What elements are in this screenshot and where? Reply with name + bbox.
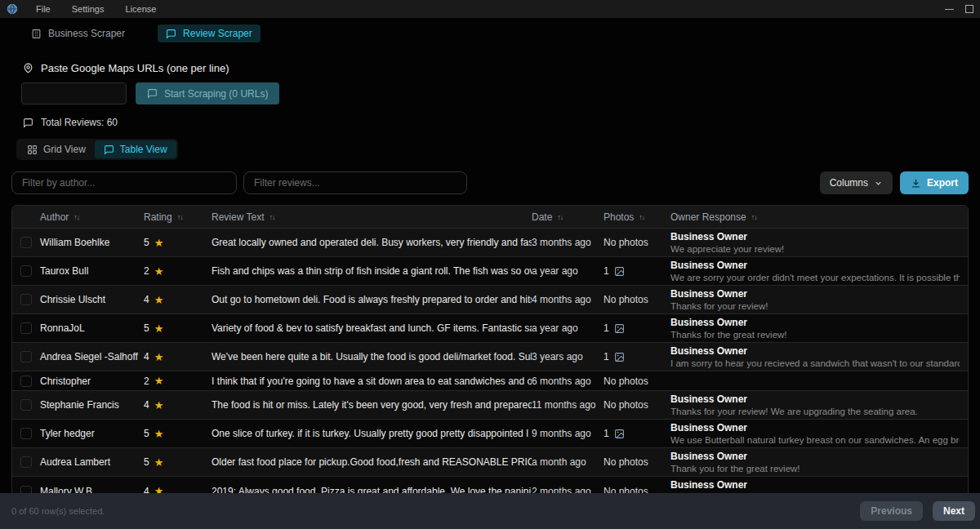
cell-review-text: Variety of food & bev to satisfy breakfa… <box>212 322 532 334</box>
table-row[interactable]: Tyler hedger5★One slice of turkey. if it… <box>12 420 968 448</box>
owner-response-title: Business Owner <box>670 393 960 406</box>
cell-author: Chrissie Ulscht <box>40 294 144 305</box>
owner-response-title: Business Owner <box>670 260 960 272</box>
owner-response-title: Business Owner <box>670 422 960 434</box>
cell-review-text: I think that if you're going to have a s… <box>212 376 532 387</box>
chat-bubble-icon <box>166 29 176 39</box>
row-checkbox[interactable] <box>20 351 32 362</box>
row-checkbox[interactable] <box>20 237 32 248</box>
menu-file[interactable]: File <box>26 2 60 16</box>
cell-rating: 5★ <box>144 456 212 468</box>
urls-input[interactable] <box>21 82 127 104</box>
cell-date: 4 months ago <box>532 294 604 305</box>
cell-author: William Boehlke <box>40 237 144 248</box>
rating-value: 4 <box>144 351 149 362</box>
row-checkbox[interactable] <box>20 322 32 334</box>
chat-bubble-icon <box>23 118 33 128</box>
star-icon: ★ <box>154 429 164 439</box>
owner-response-title: Business Owner <box>670 479 960 491</box>
owner-response-title: Business Owner <box>670 231 960 243</box>
photos-value: No photos <box>604 456 648 468</box>
next-page-button[interactable]: Next <box>933 501 975 521</box>
table-body: William Boehlke5★Great locally owned and… <box>12 229 968 505</box>
chat-bubble-icon <box>147 88 158 99</box>
minimize-icon[interactable] <box>945 9 954 10</box>
row-checkbox-cell <box>12 265 40 277</box>
cell-owner-response: Business OwnerThanks for your review! We… <box>670 393 968 417</box>
row-checkbox-cell <box>12 376 40 387</box>
header-rating[interactable]: Rating↑↓ <box>144 211 212 223</box>
cell-photos: No photos <box>604 237 670 248</box>
row-checkbox[interactable] <box>20 456 32 468</box>
previous-page-button[interactable]: Previous <box>860 501 923 521</box>
rating-value: 2 <box>144 265 149 277</box>
sort-icon: ↑↓ <box>74 213 79 221</box>
header-photos[interactable]: Photos↑↓ <box>604 211 670 223</box>
table-row[interactable]: Audrea Lambert5★Older fast food place fo… <box>12 448 968 477</box>
table-view-label: Table View <box>120 144 167 155</box>
grid-view-button[interactable]: Grid View <box>18 140 95 158</box>
total-reviews-text: Total Reviews: 60 <box>41 117 118 128</box>
owner-response-title: Business Owner <box>670 451 960 463</box>
row-checkbox-cell <box>12 456 40 468</box>
pagination-footer: 0 of 60 row(s) selected. Previous Next <box>0 493 980 529</box>
header-owner-response[interactable]: Owner Response↑↓ <box>670 211 968 223</box>
table-row[interactable]: Taurox Bull2★Fish and chips was a thin s… <box>12 257 968 286</box>
rating-value: 5 <box>144 428 149 439</box>
table-view-button[interactable]: Table View <box>95 140 176 158</box>
sort-icon: ↑↓ <box>751 213 757 221</box>
filter-reviews-input[interactable] <box>243 171 467 194</box>
tab-business-scraper[interactable]: Business Scraper <box>23 24 133 42</box>
header-date[interactable]: Date↑↓ <box>532 211 604 223</box>
table-row[interactable]: William Boehlke5★Great locally owned and… <box>12 229 968 257</box>
cell-review-text: Great locally owned and operated deli. B… <box>212 237 532 248</box>
rating-value: 5 <box>144 237 149 248</box>
table-row[interactable]: Christopher2★I think that if you're goin… <box>12 371 968 391</box>
cell-author: RonnaJoL <box>40 322 144 334</box>
cell-date: 3 years ago <box>532 351 604 362</box>
building-icon <box>31 29 42 39</box>
row-checkbox-cell <box>12 399 40 411</box>
cell-owner-response: Business OwnerWe appreciate your review! <box>670 231 968 255</box>
rating-value: 4 <box>144 294 149 305</box>
table-row[interactable]: Andrea Siegel -Salhoff4★We've been here … <box>12 343 968 371</box>
table-row[interactable]: RonnaJoL5★Variety of food & bev to satis… <box>12 314 968 343</box>
row-checkbox-cell <box>12 237 40 248</box>
row-checkbox[interactable] <box>20 399 32 411</box>
rating-value: 4 <box>144 399 149 411</box>
tab-review-scraper[interactable]: Review Scraper <box>158 24 261 42</box>
header-author[interactable]: Author↑↓ <box>40 211 144 223</box>
cell-rating: 4★ <box>144 399 212 411</box>
row-checkbox[interactable] <box>20 428 32 439</box>
cell-owner-response: Business OwnerI am sorry to hear you rec… <box>670 345 968 369</box>
row-checkbox[interactable] <box>20 294 32 305</box>
cell-rating: 5★ <box>144 237 212 248</box>
columns-button[interactable]: Columns <box>820 171 893 194</box>
filter-author-input[interactable] <box>11 171 237 194</box>
cell-rating: 5★ <box>144 428 212 439</box>
table-row[interactable]: Chrissie Ulscht4★Out go to hometown deli… <box>12 286 968 314</box>
row-checkbox[interactable] <box>20 265 32 277</box>
owner-response-title: Business Owner <box>670 288 960 300</box>
cell-review-text: The food is hit or miss. Lately it's bee… <box>212 399 532 411</box>
scraper-tabs: Business Scraper Review Scraper <box>23 24 969 42</box>
row-checkbox[interactable] <box>20 376 32 387</box>
header-review-text[interactable]: Review Text↑↓ <box>212 211 532 223</box>
cell-owner-response: Business OwnerWe are sorry your order di… <box>670 260 968 283</box>
export-button[interactable]: Export <box>900 171 969 194</box>
table-row[interactable]: Stephanie Francis4★The food is hit or mi… <box>12 391 968 420</box>
cell-date: a year ago <box>532 265 604 277</box>
cell-date: 6 months ago <box>532 376 604 387</box>
star-icon: ★ <box>154 323 164 334</box>
maximize-icon[interactable] <box>965 5 973 13</box>
menu-settings[interactable]: Settings <box>62 2 114 16</box>
menu-license[interactable]: License <box>115 2 166 16</box>
photos-value: No photos <box>604 294 648 305</box>
cell-photos: No photos <box>604 399 670 411</box>
chat-bubble-icon <box>104 144 114 155</box>
cell-photos: 1 <box>604 428 670 439</box>
start-scraping-button[interactable]: Start Scraping (0 URLs) <box>136 82 279 104</box>
photos-value: No photos <box>604 237 648 248</box>
url-section-label-row: Paste Google Maps URLs (one per line) <box>23 62 969 74</box>
download-icon <box>911 178 921 189</box>
